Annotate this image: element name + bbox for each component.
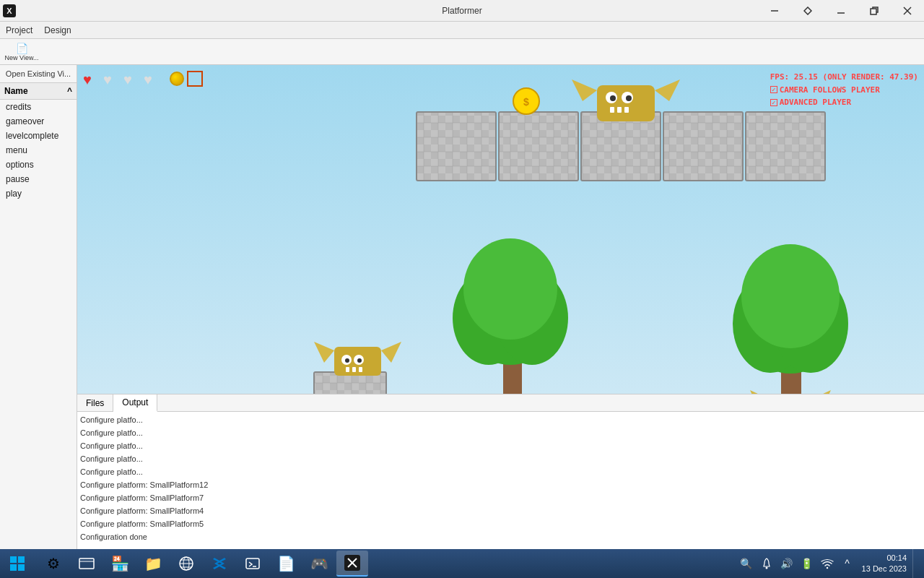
output-line-7: Configure platform: SmallPlatform4 — [80, 504, 921, 517]
game-viewport: $ $ $ ♥ ♥ ♥ ♥ — [77, 65, 924, 394]
svg-rect-86 — [18, 556, 25, 563]
bottom-tabs: Files Output — [77, 394, 924, 412]
taskbar-app-6[interactable] — [237, 551, 269, 577]
taskbar-icon-1 — [79, 556, 95, 571]
taskbar-apps: ⚙ 🏪 📁 — [35, 551, 738, 577]
title-bar: X Platformer — [0, 0, 924, 22]
advanced-player-check — [770, 99, 777, 106]
name-header-label: Name — [4, 86, 28, 96]
scene-pause[interactable]: pause — [0, 172, 77, 186]
svg-rect-89 — [79, 558, 94, 569]
coin-display — [170, 71, 203, 87]
taskbar-clock[interactable]: 00:14 13 Dec 2023 — [859, 553, 910, 575]
taskbar-right: 🔍 🔊 🔋 ^ 00:14 13 Dec 2023 — [738, 549, 924, 578]
minimize-btn[interactable] — [824, 0, 858, 22]
taskbar-app-9[interactable] — [336, 551, 368, 577]
wifi-signal — [821, 558, 834, 569]
show-hidden-icons[interactable]: ^ — [839, 555, 856, 572]
svg-rect-87 — [10, 564, 17, 571]
taskbar-app-4[interactable] — [170, 551, 202, 577]
taskbar-app-2[interactable]: 🏪 — [104, 551, 136, 577]
fps-text: FPS: 25.15 (ONLY RENDER: 47.39) — [770, 71, 918, 84]
svg-marker-3 — [804, 7, 811, 14]
scene-play[interactable]: play — [0, 186, 77, 201]
taskbar-app-0[interactable]: ⚙ — [38, 551, 69, 577]
notification-icon[interactable] — [758, 555, 775, 572]
hud: ♥ ♥ ♥ ♥ — [83, 71, 203, 87]
title-bar-controls — [758, 0, 924, 22]
taskbar-start-btn[interactable] — [0, 549, 35, 578]
browser-icon — [178, 556, 194, 571]
camera-follows-check — [770, 86, 777, 93]
scenes-list: credits gameover levelcomplete menu opti… — [0, 100, 77, 201]
heart-4: ♥ — [144, 72, 160, 86]
camera-follows-row: CAMERA FOLLOWS PLAYER — [770, 84, 918, 97]
heart-2: ♥ — [103, 72, 119, 86]
heart-3: ♥ — [123, 72, 139, 86]
output-line-4: Configure platfo... — [80, 465, 921, 478]
close-btn[interactable] — [891, 0, 924, 22]
taskbar: ⚙ 🏪 📁 — [0, 549, 924, 578]
collapse-icon[interactable]: ^ — [67, 86, 72, 96]
output-line-3: Configure platfo... — [80, 452, 921, 465]
ide-window: X Platformer Project Design — [0, 0, 924, 549]
output-content[interactable]: Configure platfo... Configure platfo... … — [77, 412, 924, 549]
new-view-btn[interactable]: 📄 New View... — [3, 40, 40, 64]
scene-options[interactable]: options — [0, 158, 77, 172]
terminal-icon — [245, 556, 261, 571]
minimize-extra-btn[interactable] — [758, 0, 791, 22]
hud-score-box — [187, 71, 203, 87]
battery-icon[interactable]: 🔋 — [798, 555, 816, 572]
diamond-btn[interactable] — [791, 0, 824, 22]
output-line-8: Configure platform: SmallPlatform5 — [80, 517, 921, 530]
advanced-player-label: ADVANCED PLAYER — [780, 96, 851, 109]
taskbar-app-1[interactable] — [71, 551, 103, 577]
notification-bell — [761, 558, 772, 569]
output-line-6: Configure platform: SmallPlatform7 — [80, 491, 921, 504]
fps-overlay: FPS: 25.15 (ONLY RENDER: 47.39) CAMERA F… — [770, 71, 918, 109]
taskbar-app-7[interactable]: 📄 — [270, 551, 302, 577]
taskbar-app-3[interactable]: 📁 — [137, 551, 169, 577]
restore-btn[interactable] — [858, 0, 891, 22]
advanced-player-row: ADVANCED PLAYER — [770, 96, 918, 109]
clock-time: 00:14 — [862, 553, 907, 564]
svg-point-103 — [765, 567, 767, 569]
x-app-icon — [344, 555, 360, 571]
bottom-panel: Files Output Configure platfo... Configu… — [77, 394, 924, 549]
toolbar: 📄 New View... — [0, 39, 924, 65]
output-line-1: Configure platfo... — [80, 426, 921, 439]
wifi-icon[interactable] — [819, 555, 836, 572]
sky — [77, 65, 924, 394]
svg-text:X: X — [6, 7, 12, 15]
menu-project[interactable]: Project — [0, 24, 38, 37]
heart-1: ♥ — [83, 72, 99, 86]
new-view-icon: 📄 — [16, 43, 28, 54]
camera-follows-label: CAMERA FOLLOWS PLAYER — [780, 84, 880, 97]
title-bar-left: X — [0, 4, 16, 17]
svg-rect-5 — [871, 9, 876, 14]
scene-menu[interactable]: menu — [0, 143, 77, 158]
taskbar-app-8[interactable]: 🎮 — [303, 551, 335, 577]
scene-credits[interactable]: credits — [0, 100, 77, 114]
search-taskbar-icon[interactable]: 🔍 — [738, 555, 755, 572]
scene-levelcomplete[interactable]: levelcomplete — [0, 129, 77, 143]
taskbar-app-5[interactable] — [204, 551, 235, 577]
clock-date: 13 Dec 2023 — [862, 564, 907, 574]
vscode-icon — [212, 556, 227, 571]
svg-rect-88 — [18, 564, 25, 571]
show-desktop-btn[interactable] — [912, 549, 918, 578]
output-line-0: Configure platfo... — [80, 413, 921, 426]
hud-coin-icon — [170, 72, 184, 86]
output-line-5: Configure platform: SmallPlatform12 — [80, 478, 921, 491]
left-panel: Open Existing Vi... Name ^ credits gameo… — [0, 65, 77, 549]
tab-output[interactable]: Output — [113, 394, 157, 412]
menu-design[interactable]: Design — [38, 24, 77, 37]
svg-rect-85 — [10, 556, 17, 563]
tab-files[interactable]: Files — [77, 394, 113, 411]
new-view-label: New View... — [5, 54, 39, 61]
speaker-icon[interactable]: 🔊 — [778, 555, 796, 572]
menu-bar: Project Design — [0, 22, 924, 39]
output-line-9: Configuration done — [80, 530, 921, 543]
open-existing-btn[interactable]: Open Existing Vi... — [0, 65, 77, 83]
scene-gameover[interactable]: gameover — [0, 114, 77, 129]
